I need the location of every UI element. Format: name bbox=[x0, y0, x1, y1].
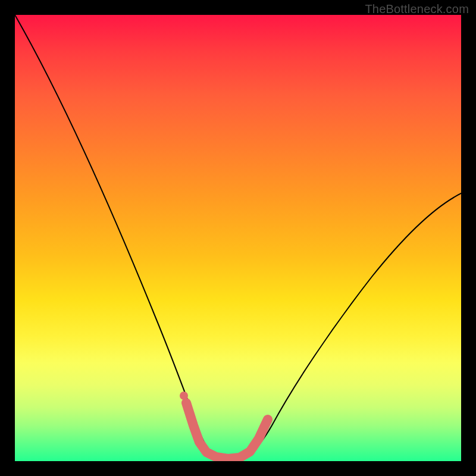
bottleneck-floor-overlay bbox=[186, 403, 268, 459]
chart-frame: TheBottleneck.com bbox=[0, 0, 476, 476]
bottleneck-floor-dot bbox=[180, 392, 188, 400]
bottleneck-curve-path bbox=[15, 15, 461, 458]
watermark-text: TheBottleneck.com bbox=[365, 2, 469, 16]
bottleneck-curve-svg bbox=[15, 15, 461, 461]
plot-area bbox=[15, 15, 461, 461]
